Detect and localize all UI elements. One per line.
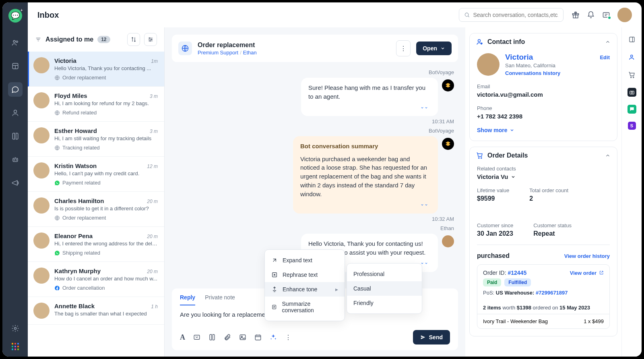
- order-id: Order ID: #12445: [483, 270, 526, 276]
- gift-icon[interactable]: [572, 11, 580, 19]
- tone-professional[interactable]: Professional: [347, 267, 422, 281]
- rail-contact-icon[interactable]: [627, 52, 637, 62]
- app-switcher-icon[interactable]: [12, 343, 19, 350]
- channel-icon: [54, 145, 60, 151]
- nav-contacts-icon[interactable]: [8, 106, 23, 120]
- nav-people-icon[interactable]: [8, 35, 23, 50]
- contact-location: San Mateo, California: [505, 62, 560, 68]
- filter-label[interactable]: Assigned to me: [45, 36, 93, 43]
- conv-tag: Tracking related: [62, 145, 100, 151]
- ai-sparkle-icon[interactable]: [270, 334, 277, 341]
- nav-settings-icon[interactable]: [8, 321, 23, 336]
- agent-avatar: [442, 235, 454, 247]
- tab-reply[interactable]: Reply: [180, 294, 195, 305]
- search-input[interactable]: [473, 12, 558, 18]
- nav-bot-icon[interactable]: [8, 152, 23, 167]
- rail-chat-icon[interactable]: [627, 105, 636, 114]
- rail-cart-icon[interactable]: [627, 70, 637, 80]
- calendar-icon[interactable]: [254, 334, 262, 341]
- conv-preview: Hello Victoria, Thank you for contacting…: [54, 65, 158, 71]
- customer-status: Repeat: [533, 230, 572, 237]
- composer-more-icon[interactable]: ⋮: [285, 334, 291, 341]
- page-title: Inbox: [37, 10, 59, 20]
- conversation-item[interactable]: Esther Howard3 m Hi, I am still waiting …: [28, 122, 164, 157]
- conversation-item[interactable]: Annette Black1 h The bag is smaller than…: [28, 297, 164, 325]
- channel-icon: [54, 285, 60, 291]
- chat-agent[interactable]: Ethan: [243, 50, 257, 56]
- conversation-item[interactable]: Eleanor Pena20 m Hi, I entered the wrong…: [28, 227, 164, 262]
- send-button[interactable]: Send: [413, 330, 450, 344]
- conv-name: Annette Black: [54, 303, 95, 309]
- collapse-orders-icon[interactable]: [605, 153, 611, 158]
- conversation-item[interactable]: Victoria1m Hello Victoria, Thank you for…: [28, 52, 164, 87]
- conversation-item[interactable]: Kathryn Murphy20 m How do I cancel an or…: [28, 262, 164, 297]
- conv-time: 3 m: [150, 129, 158, 134]
- conv-tag: Payment related: [62, 180, 101, 186]
- canned-response-icon[interactable]: [193, 334, 200, 341]
- related-contacts-dropdown[interactable]: Victoria Vu: [477, 173, 610, 180]
- avatar: [33, 303, 50, 319]
- conversation-item[interactable]: Kristin Watson12 m Hello, I can't pay wi…: [28, 157, 164, 192]
- rail-panel-icon[interactable]: [627, 35, 637, 44]
- rail-stripe-icon[interactable]: S: [628, 122, 636, 130]
- rail-camera-icon[interactable]: [627, 88, 636, 97]
- view-order-history-link[interactable]: View order history: [564, 253, 610, 259]
- user-avatar[interactable]: [617, 8, 632, 22]
- conversation-item[interactable]: Floyd Miles3 m Hi, I am looking for refu…: [28, 87, 164, 122]
- chevron-down-icon[interactable]: ⌄⌄: [308, 104, 431, 110]
- image-icon[interactable]: [239, 334, 246, 341]
- edit-contact-button[interactable]: Edit: [600, 54, 610, 60]
- phone-value[interactable]: +1 782 342 2398: [477, 113, 610, 120]
- message-author: Ethan: [176, 225, 454, 231]
- chat-group[interactable]: Premium Support: [198, 50, 238, 56]
- avatar: [33, 232, 50, 249]
- view-order-link[interactable]: View order: [570, 270, 604, 276]
- contact-name[interactable]: Victoria: [505, 53, 560, 62]
- svg-rect-21: [240, 335, 246, 340]
- svg-point-5: [14, 160, 14, 160]
- ai-summarize[interactable]: Summarize conversation: [265, 297, 345, 317]
- conversations-history-link[interactable]: Conversations history: [505, 70, 560, 76]
- show-more-button[interactable]: Show more: [477, 127, 610, 133]
- svg-point-33: [633, 77, 634, 78]
- channel-icon: [54, 75, 60, 81]
- nav-campaigns-icon[interactable]: [8, 176, 23, 190]
- chat-status-icon[interactable]: [602, 11, 610, 19]
- chat-more-button[interactable]: ⋮: [396, 40, 411, 56]
- tone-friendly[interactable]: Friendly: [347, 296, 422, 310]
- collapse-contact-icon[interactable]: [605, 39, 611, 45]
- avatar: [33, 268, 50, 284]
- app-logo[interactable]: 💬: [8, 9, 22, 23]
- conv-name: Eleanor Pena: [54, 232, 93, 239]
- contact-icon: [476, 38, 483, 46]
- chevron-down-icon[interactable]: ⌄⌄: [300, 201, 431, 208]
- nav-dashboard-icon[interactable]: [8, 59, 23, 73]
- sort-button[interactable]: [127, 33, 140, 46]
- filter-settings-button[interactable]: [144, 33, 157, 46]
- email-value[interactable]: victoria.vu@gmail.com: [477, 91, 610, 98]
- knowledge-icon[interactable]: [208, 334, 216, 341]
- search-icon: [464, 12, 470, 18]
- tone-casual[interactable]: Casual: [347, 281, 422, 296]
- status-dropdown[interactable]: Open: [416, 42, 452, 55]
- ai-enhance-tone[interactable]: Enhance tone▸: [265, 282, 345, 297]
- svg-point-27: [481, 43, 482, 44]
- search-input-wrapper[interactable]: [459, 8, 564, 22]
- bell-icon[interactable]: [587, 11, 595, 19]
- tab-private-note[interactable]: Private note: [205, 294, 235, 305]
- nav-knowledge-icon[interactable]: [8, 129, 23, 143]
- svg-point-12: [149, 37, 150, 38]
- order-summary-line: 2 items worth $1398 ordered on 15 May 20…: [477, 305, 609, 314]
- conv-name: Kathryn Murphy: [54, 268, 101, 274]
- conv-name: Kristin Watson: [54, 162, 97, 169]
- phone-label: Phone: [477, 105, 610, 111]
- conv-name: Esther Howard: [54, 127, 97, 134]
- ai-expand-text[interactable]: Expand text: [265, 253, 345, 268]
- channel-icon: [54, 250, 60, 256]
- format-text-icon[interactable]: A: [180, 333, 185, 342]
- conv-name: Charles Hamilton: [54, 197, 104, 204]
- attachment-icon[interactable]: [224, 334, 231, 341]
- ai-rephrase-text[interactable]: Rephrase text: [265, 268, 345, 282]
- nav-inbox-icon[interactable]: [8, 82, 23, 97]
- conversation-item[interactable]: Charles Hamilton20 m Is is possible to g…: [28, 192, 164, 227]
